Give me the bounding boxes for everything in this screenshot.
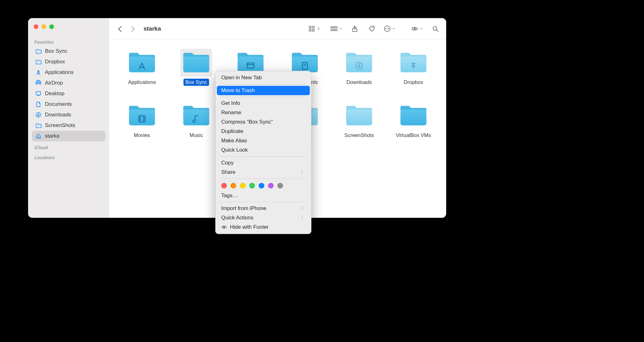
context-item[interactable]: Hide with Funter — [216, 222, 311, 232]
folder-icon — [35, 58, 42, 65]
sidebar-item-label: Documents — [45, 101, 72, 107]
sidebar-item-label: ScreenShots — [45, 122, 75, 129]
sidebar-item-documents[interactable]: Documents — [32, 99, 105, 110]
context-item-label: Share — [221, 169, 235, 175]
folder-item[interactable]: VirtualBox VMs — [386, 100, 441, 153]
tag-color-dot[interactable] — [231, 183, 236, 188]
folder-label: Dropbox — [402, 79, 425, 86]
music-note-icon — [192, 114, 201, 125]
context-item-label: Move to Trash — [221, 87, 255, 94]
tag-color-dot[interactable] — [221, 183, 227, 188]
folder-item[interactable]: Dropbox — [386, 47, 441, 100]
film-icon — [137, 114, 147, 125]
back-button[interactable] — [115, 24, 125, 33]
sidebar-item-applications[interactable]: Applications — [32, 67, 105, 78]
folder-icon — [35, 48, 42, 55]
context-separator — [220, 202, 307, 202]
sidebar-section-label: Locations — [32, 154, 105, 161]
context-item-label: Compress “Box Sync” — [221, 119, 273, 125]
folder-label: Movies — [132, 132, 152, 139]
funter-toolbar-button[interactable] — [411, 25, 423, 32]
context-separator — [220, 156, 307, 157]
folder-item[interactable]: ScreenShots — [332, 100, 386, 153]
share-button[interactable] — [350, 24, 359, 33]
sidebar-section-label: Favorites — [32, 38, 105, 46]
context-item[interactable]: Rename — [216, 108, 311, 117]
download-circle-icon — [354, 61, 364, 72]
context-item-label: Get Info — [221, 100, 240, 106]
tag-color-dot[interactable] — [268, 183, 274, 188]
context-item[interactable]: Move to Trash — [217, 86, 310, 95]
sidebar-item-label: Applications — [45, 69, 74, 76]
document-icon — [300, 61, 310, 72]
traffic-lights — [34, 24, 105, 29]
tag-color-dot[interactable] — [277, 183, 283, 188]
folder-icon — [398, 49, 429, 77]
context-item[interactable]: Share〉 — [216, 168, 311, 177]
sidebar-item-airdrop[interactable]: AirDrop — [32, 78, 105, 88]
context-item[interactable]: Make Alias — [216, 136, 311, 145]
context-separator — [220, 84, 307, 84]
tag-color-dot[interactable] — [249, 183, 255, 188]
desktop-icon — [246, 61, 255, 72]
sidebar-item-downloads[interactable]: Downloads — [32, 110, 105, 120]
context-item-label: Hide with Funter — [230, 224, 269, 230]
folder-item[interactable]: Applications — [115, 47, 169, 100]
context-menu: Open in New TabMove to TrashGet InfoRena… — [215, 71, 311, 234]
context-item-label: Make Alias — [221, 138, 247, 144]
context-item[interactable]: Tags… — [216, 191, 311, 200]
group-by-button[interactable] — [330, 25, 343, 32]
folder-label: Box Sync — [183, 79, 209, 86]
window-title: starka — [144, 25, 161, 32]
minimize-window-button[interactable] — [41, 24, 46, 29]
context-item-label: Rename — [221, 110, 241, 116]
forward-button[interactable] — [128, 24, 137, 33]
eye-icon — [221, 224, 227, 230]
context-tag-colors — [216, 180, 311, 191]
sidebar-item-starka[interactable]: starka — [32, 131, 105, 141]
context-item[interactable]: Quick Look — [216, 145, 311, 155]
context-item[interactable]: Copy — [216, 158, 311, 168]
fullscreen-window-button[interactable] — [49, 24, 54, 29]
folder-icon — [126, 49, 158, 77]
folder-item[interactable]: Movies — [115, 100, 169, 153]
sidebar: FavoritesBox SyncDropboxApplicationsAirD… — [28, 18, 109, 218]
sidebar-item-screenshots[interactable]: ScreenShots — [32, 120, 105, 131]
context-item-label: Tags… — [221, 193, 238, 199]
context-item-label: Import from iPhone — [221, 205, 266, 212]
folder-label: ScreenShots — [343, 132, 376, 139]
context-item[interactable]: Duplicate — [216, 127, 311, 136]
sidebar-item-dropbox[interactable]: Dropbox — [32, 56, 105, 67]
sidebar-item-label: Desktop — [45, 90, 64, 97]
search-button[interactable] — [431, 24, 440, 33]
context-item[interactable]: Compress “Box Sync” — [216, 117, 311, 127]
close-window-button[interactable] — [34, 24, 38, 29]
tags-button[interactable] — [367, 24, 376, 33]
context-item[interactable]: Open in New Tab — [216, 73, 311, 82]
context-item-label: Quick Actions — [221, 215, 253, 221]
dropbox-icon — [409, 61, 418, 72]
chevron-right-icon: 〉 — [301, 206, 305, 211]
chevron-right-icon: 〉 — [301, 169, 305, 175]
context-separator — [220, 178, 307, 179]
tag-color-dot[interactable] — [240, 183, 246, 188]
context-item[interactable]: Import from iPhone〉 — [216, 204, 311, 213]
view-mode-button[interactable] — [308, 25, 321, 32]
sidebar-item-label: starka — [45, 133, 59, 139]
sidebar-item-desktop[interactable]: Desktop — [32, 88, 105, 99]
home-icon — [35, 133, 42, 139]
context-item[interactable]: Get Info — [216, 99, 311, 108]
tag-color-dot[interactable] — [259, 183, 264, 188]
folder-icon — [398, 102, 429, 130]
sidebar-section-label: iCloud — [32, 144, 105, 151]
folder-icon — [180, 49, 212, 77]
sidebar-item-box-sync[interactable]: Box Sync — [32, 46, 105, 56]
folder-icon — [343, 49, 375, 77]
download-circle-icon — [35, 111, 42, 118]
context-item[interactable]: Quick Actions〉 — [216, 213, 311, 222]
folder-item[interactable]: Downloads — [332, 47, 386, 100]
folder-label: Downloads — [344, 79, 374, 86]
sidebar-item-label: Box Sync — [45, 48, 67, 54]
folder-label: Music — [188, 132, 205, 139]
more-actions-button[interactable] — [384, 25, 396, 32]
